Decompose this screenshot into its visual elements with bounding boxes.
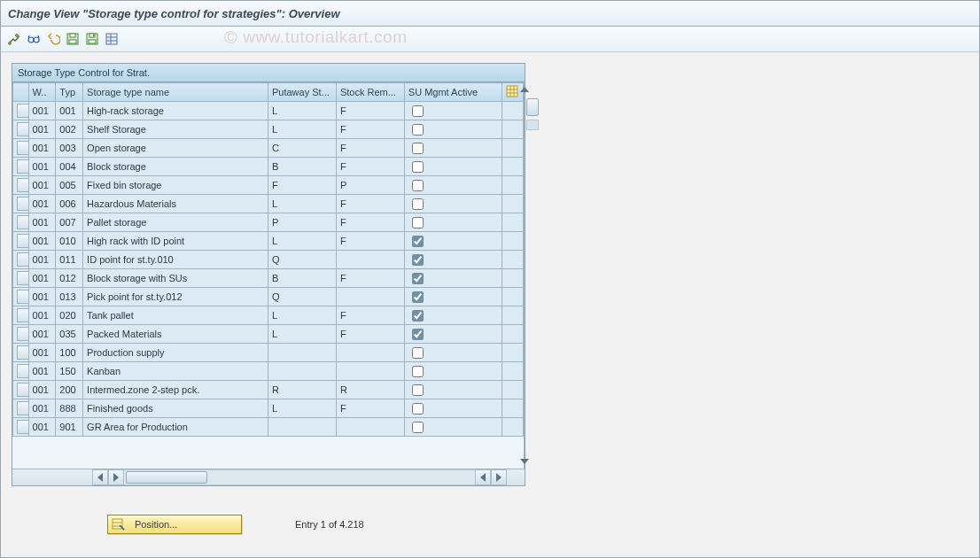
cell-type[interactable]: 012 <box>56 269 83 288</box>
cell-type[interactable]: 010 <box>56 232 83 251</box>
cell-name[interactable]: Production supply <box>83 344 268 362</box>
cell-putaway[interactable]: L <box>268 120 336 139</box>
row-selector[interactable] <box>13 399 29 418</box>
cell-putaway[interactable]: L <box>268 325 336 344</box>
table-row[interactable]: 001013Pick point for st.ty.012Q <box>13 288 524 306</box>
cell-su-active[interactable] <box>404 102 502 120</box>
row-selector[interactable] <box>13 269 29 288</box>
cell-su-active[interactable] <box>404 399 502 418</box>
cell-stockrem[interactable]: F <box>336 139 404 158</box>
row-selector[interactable] <box>13 195 29 213</box>
cell-su-active[interactable] <box>404 362 502 381</box>
horizontal-scrollbar[interactable] <box>12 469 525 485</box>
cell-stockrem[interactable]: F <box>336 158 404 176</box>
su-checkbox[interactable] <box>412 124 424 136</box>
cell-stockrem[interactable]: F <box>336 306 404 325</box>
glasses-icon[interactable] <box>26 31 42 47</box>
cell-putaway[interactable]: F <box>268 176 336 195</box>
table-row[interactable]: 001150Kanban <box>13 362 524 381</box>
row-selector[interactable] <box>13 232 29 251</box>
cell-warehouse[interactable]: 001 <box>28 232 56 251</box>
col-select[interactable] <box>13 83 29 102</box>
su-checkbox[interactable] <box>412 143 424 154</box>
table-row[interactable]: 001006Hazardous MaterialsLF <box>13 195 524 213</box>
hscroll-thumb[interactable] <box>126 471 207 484</box>
row-selector[interactable] <box>13 251 29 269</box>
cell-type[interactable]: 020 <box>56 306 83 325</box>
su-checkbox[interactable] <box>412 291 424 303</box>
row-selector[interactable] <box>13 381 29 399</box>
cell-stockrem[interactable]: F <box>336 232 404 251</box>
cell-type[interactable]: 007 <box>56 213 83 232</box>
su-checkbox[interactable] <box>412 217 424 229</box>
cell-warehouse[interactable]: 001 <box>28 158 56 176</box>
scroll-thumb[interactable] <box>526 98 539 116</box>
cell-stockrem[interactable] <box>336 344 404 362</box>
col-stockrem[interactable]: Stock Rem... <box>336 83 404 102</box>
cell-putaway[interactable]: L <box>268 232 336 251</box>
table-row[interactable]: 001002Shelf StorageLF <box>13 120 524 139</box>
tools-icon[interactable] <box>6 31 22 47</box>
cell-name[interactable]: Packed Materials <box>83 325 268 344</box>
cell-type[interactable]: 035 <box>56 325 83 344</box>
position-button[interactable]: Position... <box>107 515 242 534</box>
table-settings-icon[interactable] <box>506 85 518 97</box>
cell-putaway[interactable] <box>268 362 336 381</box>
cell-su-active[interactable] <box>404 139 502 158</box>
cell-su-active[interactable] <box>404 288 502 306</box>
table-row[interactable]: 001005Fixed bin storageFP <box>13 176 524 195</box>
cell-warehouse[interactable]: 001 <box>28 325 56 344</box>
row-selector[interactable] <box>13 344 29 362</box>
cell-name[interactable]: High rack with ID point <box>83 232 268 251</box>
cell-name[interactable]: Pallet storage <box>83 213 268 232</box>
table-row[interactable]: 001888Finished goodsLF <box>13 399 524 418</box>
cell-warehouse[interactable]: 001 <box>28 381 56 399</box>
cell-stockrem[interactable] <box>336 418 404 437</box>
cell-name[interactable]: Tank pallet <box>83 306 268 325</box>
cell-stockrem[interactable]: F <box>336 102 404 120</box>
cell-putaway[interactable]: R <box>268 381 336 399</box>
table-row[interactable]: 001010High rack with ID pointLF <box>13 232 524 251</box>
cell-su-active[interactable] <box>404 195 502 213</box>
cell-su-active[interactable] <box>404 344 502 362</box>
cell-stockrem[interactable]: P <box>336 176 404 195</box>
cell-name[interactable]: Intermed.zone 2-step pck. <box>83 381 268 399</box>
cell-stockrem[interactable]: F <box>336 269 404 288</box>
cell-warehouse[interactable]: 001 <box>28 213 56 232</box>
cell-type[interactable]: 888 <box>56 399 83 418</box>
cell-type[interactable]: 002 <box>56 120 83 139</box>
cell-type[interactable]: 001 <box>56 102 83 120</box>
cell-name[interactable]: ID point for st.ty.010 <box>83 251 268 269</box>
cell-su-active[interactable] <box>404 251 502 269</box>
su-checkbox[interactable] <box>412 236 424 247</box>
table-row[interactable]: 001901GR Area for Production <box>13 418 524 437</box>
row-selector[interactable] <box>13 139 29 158</box>
cell-su-active[interactable] <box>404 176 502 195</box>
cell-name[interactable]: Fixed bin storage <box>83 176 268 195</box>
undo-icon[interactable] <box>45 31 61 47</box>
su-checkbox[interactable] <box>412 105 424 117</box>
cell-su-active[interactable] <box>404 232 502 251</box>
cell-putaway[interactable]: L <box>268 102 336 120</box>
hscroll-left-arrow[interactable] <box>92 469 108 485</box>
cell-name[interactable]: Block storage <box>83 158 268 176</box>
col-name[interactable]: Storage type name <box>83 83 268 102</box>
cell-stockrem[interactable] <box>336 251 404 269</box>
cell-type[interactable]: 004 <box>56 158 83 176</box>
su-checkbox[interactable] <box>412 366 424 377</box>
cell-su-active[interactable] <box>404 306 502 325</box>
cell-name[interactable]: Block storage with SUs <box>83 269 268 288</box>
cell-warehouse[interactable]: 001 <box>28 139 56 158</box>
cell-warehouse[interactable]: 001 <box>28 288 56 306</box>
cell-putaway[interactable]: L <box>268 306 336 325</box>
cell-warehouse[interactable]: 001 <box>28 306 56 325</box>
table-row[interactable]: 001003Open storageCF <box>13 139 524 158</box>
cell-warehouse[interactable]: 001 <box>28 362 56 381</box>
cell-stockrem[interactable] <box>336 288 404 306</box>
table-row[interactable]: 001100Production supply <box>13 344 524 362</box>
cell-stockrem[interactable]: F <box>336 195 404 213</box>
cell-type[interactable]: 100 <box>56 344 83 362</box>
cell-su-active[interactable] <box>404 381 502 399</box>
col-config[interactable] <box>502 83 523 102</box>
su-checkbox[interactable] <box>412 273 424 284</box>
